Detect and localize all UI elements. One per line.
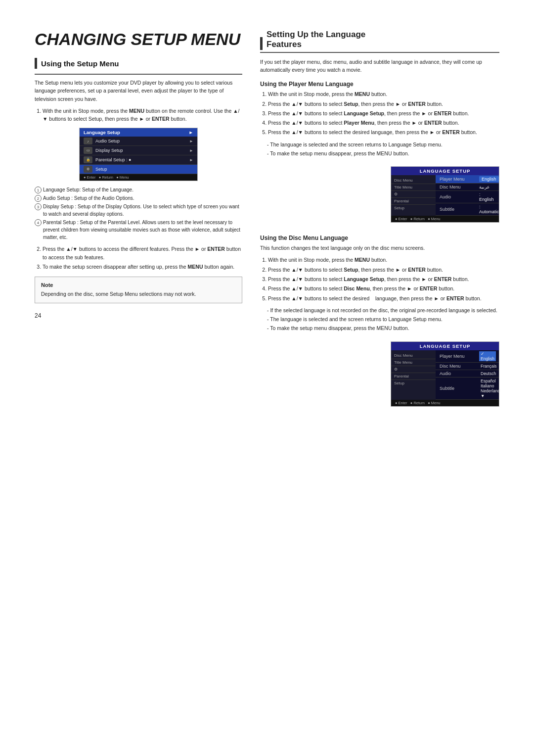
parental-icon: 🔒 [84, 156, 92, 163]
setup-menu-section-title: Using the Setup Menu [41, 59, 119, 68]
lang-val-subtitle: : Automatic [479, 204, 499, 214]
lang-val-player: English [479, 176, 499, 182]
lang-list-bottom: ● Enter ● Return ● Menu [391, 400, 499, 406]
lang-val-espanol: Español [479, 378, 501, 383]
lang-val-francais: Français [479, 364, 498, 369]
annot-num-3: 3 [35, 203, 42, 210]
lang-bottom-1: ● Enter ● Return ● Menu [391, 216, 499, 222]
list-item: Press the ▲/▼ buttons to select Language… [268, 275, 499, 283]
list-item: Press the ▲/▼ buttons to select the desi… [268, 294, 499, 302]
list-item: With the unit in Stop mode, press the ME… [268, 256, 499, 264]
lang-list-label-audio: Audio [440, 371, 479, 376]
lang-sidebar-1: Disc Menu Title Menu ⚙ Parental Setup [391, 175, 436, 216]
lang-screenshot-1-container: LANGUAGE SETUP Disc Menu Title Menu ⚙ Pa… [260, 161, 499, 228]
main-title: CHANGING SETUP MENU [35, 30, 242, 49]
list-item: Press the ▲/▼ buttons to select the desi… [268, 128, 499, 136]
lang-val-audio: : English [479, 192, 495, 202]
annot-item-2: 2 Audio Setup : Setup of the Audio Optio… [35, 194, 242, 202]
lang-list-label-disc: Disc Menu [440, 364, 479, 369]
right-section-title: Setting Up the Language Features [267, 30, 365, 50]
list-item: To make the setup menu disappear, press … [267, 149, 499, 157]
note-title: Note [41, 282, 236, 288]
annot-text-3: Display Setup : Setup of the Display Opt… [43, 203, 242, 218]
lang-list-values-disc: Français [479, 364, 498, 369]
annotation-list: 1 Language Setup: Setup of the Language.… [35, 186, 242, 241]
menu-row-setup: ⚙ Setup [80, 165, 197, 174]
player-menu-steps: With the unit in Stop mode, press the ME… [260, 90, 499, 136]
sidebar-item: ⚙ [391, 366, 436, 373]
right-section-header: Setting Up the Language Features [260, 30, 499, 53]
lang-bottom-text: ● Enter ● Return ● Menu [395, 217, 441, 221]
setup-menu-section-header: Using the Setup Menu [35, 58, 242, 69]
list-item: Press the ▲/▼ buttons to select Disc Men… [268, 284, 499, 292]
menu-arrow-right: ► [189, 130, 193, 135]
lang-list-row-disc: Disc Menu Français [436, 363, 499, 370]
menu-bottom-text: ● Enter ● Return ● Menu [84, 175, 129, 180]
display-label: Display Setup [95, 148, 189, 153]
lang-label-subtitle: Subtitle [440, 207, 479, 212]
lang-list-values-player: ✓ English [479, 351, 496, 361]
lang-list-row-audio: Audio Deutsch [436, 370, 499, 378]
menu-title-bar: Language Setup ► [80, 128, 197, 137]
right-section-bar [260, 37, 263, 50]
display-icon: ▭ [84, 147, 92, 154]
setup-menu-intro: The Setup menu lets you customize your D… [35, 79, 242, 103]
sidebar-item: Setup [391, 205, 436, 211]
list-item: The language is selected and the screen … [267, 141, 499, 148]
lang-list-title-bar: LANGUAGE SETUP [391, 342, 499, 350]
menu-row-display: ▭ Display Setup ► [80, 146, 197, 155]
setup-menu-screenshot: Language Setup ► ♪ Audio Setup ► ▭ Displ… [79, 128, 198, 181]
lang-list-sidebar: Disc Menu Title Menu ⚙ Parental Setup [391, 350, 436, 400]
lang-title-bar-1: LANGUAGE SETUP [391, 167, 499, 175]
page-number: 24 [35, 312, 242, 319]
annot-item-1: 1 Language Setup: Setup of the Language. [35, 186, 242, 193]
two-column-layout: CHANGING SETUP MENU Using the Setup Menu… [35, 30, 499, 726]
disc-menu-intro: This function changes the text language … [260, 244, 499, 252]
list-item: If the selected language is not recorded… [267, 306, 499, 314]
lang-label-audio: Audio [440, 194, 479, 199]
note-box: Note Depending on the disc, some Setup M… [35, 277, 242, 303]
lang-val-disc: عربية [479, 185, 490, 189]
menu-bottom-bar: ● Enter ● Return ● Menu [80, 174, 197, 181]
annot-num-4: 4 [35, 219, 42, 226]
lang-main-1: Player Menu English Disc Menu عربية Audi… [436, 175, 499, 216]
lang-list-values-subtitle: Español Italiano Nederland ▼ [479, 378, 501, 398]
list-item-2: Press the ▲/▼ buttons to access the diff… [43, 245, 242, 261]
lang-val-deutsch: Deutsch [479, 371, 497, 376]
lang-screenshot-2-container: LANGUAGE SETUP Disc Menu Title Menu ⚙ Pa… [260, 336, 499, 412]
page: CHANGING SETUP MENU Using the Setup Menu… [0, 0, 534, 756]
sidebar-item: ⚙ [391, 191, 436, 198]
section-bar [35, 58, 37, 69]
disc-menu-lang-title: Using the Disc Menu Language [260, 235, 499, 241]
disc-menu-bullets: If the selected language is not recorded… [260, 306, 499, 332]
right-title-line1: Setting Up the Language [267, 30, 365, 40]
setup-menu-steps1: With the unit in Stop mode, press the ME… [35, 107, 242, 123]
setup-menu-steps2: Press the ▲/▼ buttons to access the diff… [35, 245, 242, 271]
sidebar-item: Parental [391, 198, 436, 205]
lang-row-player: Player Menu English [436, 175, 499, 184]
lang-screenshot-2: LANGUAGE SETUP Disc Menu Title Menu ⚙ Pa… [391, 341, 499, 407]
right-column: Setting Up the Language Features If you … [260, 30, 499, 726]
annot-num-1: 1 [35, 187, 42, 193]
parental-label: Parental Setup : ● [95, 157, 189, 162]
menu-row-parental: 🔒 Parental Setup : ● ► [80, 155, 197, 165]
sidebar-item: Title Menu [391, 184, 436, 191]
lang-row-audio: Audio : English [436, 191, 499, 203]
menu-row-audio: ♪ Audio Setup ► [80, 137, 197, 146]
sidebar-item: Parental [391, 373, 436, 380]
lang-row-disc: Disc Menu عربية [436, 184, 499, 191]
list-item: Press the ▲/▼ buttons to select Setup, t… [268, 100, 499, 108]
player-menu-bullets: The language is selected and the screen … [260, 141, 499, 158]
list-item: With the unit in Stop mode, press the ME… [268, 90, 499, 98]
left-column: CHANGING SETUP MENU Using the Setup Menu… [35, 30, 242, 726]
lang-screenshot-1: LANGUAGE SETUP Disc Menu Title Menu ⚙ Pa… [391, 166, 499, 223]
lang-list-label-player: Player Menu [440, 354, 479, 359]
list-item: Press the ▲/▼ buttons to select Player M… [268, 119, 499, 127]
lang-list-bottom-text: ● Enter ● Return ● Menu [395, 401, 441, 405]
audio-icon: ♪ [84, 138, 92, 144]
lang-val-nederland: Nederland [479, 388, 501, 393]
right-intro: If you set the player menu, disc menu, a… [260, 58, 499, 74]
lang-val-more: ▼ [479, 393, 501, 398]
display-arrow: ► [189, 148, 193, 153]
parental-arrow: ► [189, 158, 193, 162]
